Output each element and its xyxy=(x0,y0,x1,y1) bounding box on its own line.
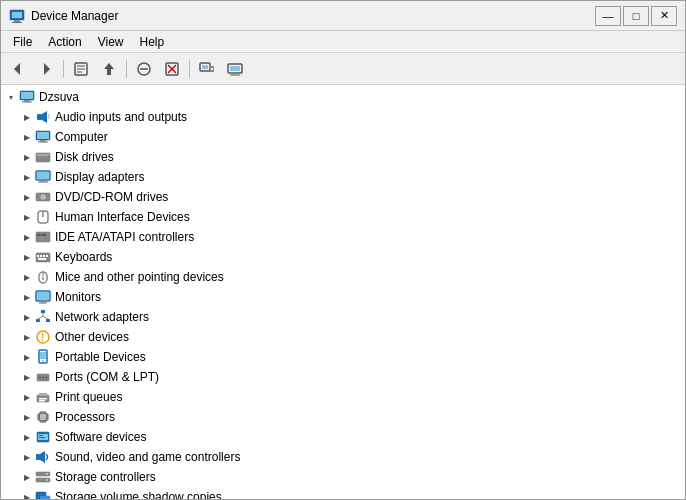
hid-expand-arrow: ▶ xyxy=(19,209,35,225)
svg-point-77 xyxy=(42,377,44,379)
svg-point-106 xyxy=(46,479,48,481)
software-icon xyxy=(35,429,51,445)
tree-item-other[interactable]: ▶ ! Other devices xyxy=(1,327,685,347)
svg-point-44 xyxy=(42,196,44,198)
shadow-expand-arrow: ▶ xyxy=(19,489,35,499)
tree-item-print[interactable]: ▶ Print queues xyxy=(1,387,685,407)
monitor-label: Monitors xyxy=(55,290,101,304)
hid-label: Human Interface Devices xyxy=(55,210,190,224)
audio-label: Audio inputs and outputs xyxy=(55,110,187,124)
computer-expand-arrow: ▶ xyxy=(19,129,35,145)
tree-item-disk[interactable]: ▶ Disk drives xyxy=(1,147,685,167)
root-expand-arrow: ▾ xyxy=(3,89,19,105)
svg-rect-28 xyxy=(37,114,42,120)
svg-rect-23 xyxy=(230,74,240,75)
uninstall-button[interactable] xyxy=(159,57,185,81)
svg-rect-39 xyxy=(37,172,49,179)
disk-label: Disk drives xyxy=(55,150,114,164)
tree-item-hid[interactable]: ▶ Human Interface Devices xyxy=(1,207,685,227)
svg-rect-73 xyxy=(40,352,46,359)
svg-rect-3 xyxy=(12,22,22,23)
tree-item-storage[interactable]: ▶ Storage controllers xyxy=(1,467,685,487)
sound-icon xyxy=(35,449,51,465)
tree-item-portable[interactable]: ▶ Portable Devices xyxy=(1,347,685,367)
back-button[interactable] xyxy=(5,57,31,81)
display-expand-arrow: ▶ xyxy=(19,169,35,185)
tree-item-dvd[interactable]: ▶ DVD/CD-ROM drives xyxy=(1,187,685,207)
tree-root[interactable]: ▾ Dzsuva xyxy=(1,87,685,107)
svg-rect-56 xyxy=(38,258,46,260)
processor-label: Processors xyxy=(55,410,115,424)
dvd-icon xyxy=(35,189,51,205)
svg-rect-99 xyxy=(39,435,43,436)
tree-item-ports[interactable]: ▶ Ports (COM & LPT) xyxy=(1,367,685,387)
svg-rect-19 xyxy=(211,68,213,70)
ports-label: Ports (COM & LPT) xyxy=(55,370,159,384)
portable-expand-arrow: ▶ xyxy=(19,349,35,365)
menu-file[interactable]: File xyxy=(5,33,40,51)
svg-point-59 xyxy=(42,278,44,280)
storage-expand-arrow: ▶ xyxy=(19,469,35,485)
maximize-button[interactable]: □ xyxy=(623,6,649,26)
tree-item-display[interactable]: ▶ Display adapters xyxy=(1,167,685,187)
window-title: Device Manager xyxy=(31,9,595,23)
svg-line-69 xyxy=(43,316,48,319)
svg-rect-63 xyxy=(39,303,47,304)
tree-item-network[interactable]: ▶ Network adapters xyxy=(1,307,685,327)
tree-item-keyboard[interactable]: ▶ Keyboards xyxy=(1,247,685,267)
app-icon xyxy=(9,8,25,24)
dvd-expand-arrow: ▶ xyxy=(19,189,35,205)
svg-rect-25 xyxy=(21,92,33,99)
sound-label: Sound, video and game controllers xyxy=(55,450,240,464)
monitor-icon xyxy=(35,289,51,305)
tree-item-audio[interactable]: ▶ ) Audio inputs and outputs xyxy=(1,107,685,127)
svg-rect-27 xyxy=(22,102,32,103)
svg-rect-82 xyxy=(39,400,45,402)
tree-item-sound[interactable]: ▶ Sound, video and game controllers xyxy=(1,447,685,467)
tree-item-ide[interactable]: ▶ IDE ATA/ATAPI controllers xyxy=(1,227,685,247)
device-manager-window: Device Manager — □ ✕ File Action View He… xyxy=(0,0,686,500)
scan-button[interactable] xyxy=(194,57,220,81)
tree-item-monitor[interactable]: ▶ Monitors xyxy=(1,287,685,307)
svg-marker-5 xyxy=(44,63,50,75)
ide-icon xyxy=(35,229,51,245)
disk-icon xyxy=(35,149,51,165)
device-tree[interactable]: ▾ Dzsuva ▶ ) Audio inputs xyxy=(1,85,685,499)
display-settings-button[interactable] xyxy=(222,57,248,81)
svg-rect-101 xyxy=(36,454,40,460)
menu-help[interactable]: Help xyxy=(132,33,173,51)
shadow-icon xyxy=(35,489,51,499)
processor-expand-arrow: ▶ xyxy=(19,409,35,425)
svg-rect-2 xyxy=(14,20,20,22)
svg-rect-17 xyxy=(202,65,208,69)
toolbar-separator-3 xyxy=(189,60,190,78)
svg-rect-52 xyxy=(37,255,39,257)
computer-item-icon xyxy=(35,129,51,145)
svg-rect-62 xyxy=(41,301,45,303)
tree-item-shadow[interactable]: ▶ Storage volume shadow copies xyxy=(1,487,685,499)
menu-action[interactable]: Action xyxy=(40,33,89,51)
minimize-button[interactable]: — xyxy=(595,6,621,26)
svg-rect-54 xyxy=(43,255,45,257)
svg-rect-55 xyxy=(46,255,48,257)
properties-button[interactable] xyxy=(68,57,94,81)
forward-button[interactable] xyxy=(33,57,59,81)
portable-icon xyxy=(35,349,51,365)
toolbar-separator-2 xyxy=(126,60,127,78)
audio-expand-arrow: ▶ xyxy=(19,109,35,125)
tree-item-computer[interactable]: ▶ Computer xyxy=(1,127,685,147)
menu-view[interactable]: View xyxy=(90,33,132,51)
portable-label: Portable Devices xyxy=(55,350,146,364)
menu-bar: File Action View Help xyxy=(1,31,685,53)
hid-icon xyxy=(35,209,51,225)
svg-rect-65 xyxy=(36,319,40,322)
processor-icon xyxy=(35,409,51,425)
tree-item-processor[interactable]: ▶ Proces xyxy=(1,407,685,427)
tree-item-mouse[interactable]: ▶ Mice and other pointing devices xyxy=(1,267,685,287)
update-driver-button[interactable] xyxy=(96,57,122,81)
close-button[interactable]: ✕ xyxy=(651,6,677,26)
svg-marker-102 xyxy=(40,451,45,463)
display-icon xyxy=(35,169,51,185)
disable-button[interactable] xyxy=(131,57,157,81)
tree-item-software[interactable]: ▶ Software devices xyxy=(1,427,685,447)
